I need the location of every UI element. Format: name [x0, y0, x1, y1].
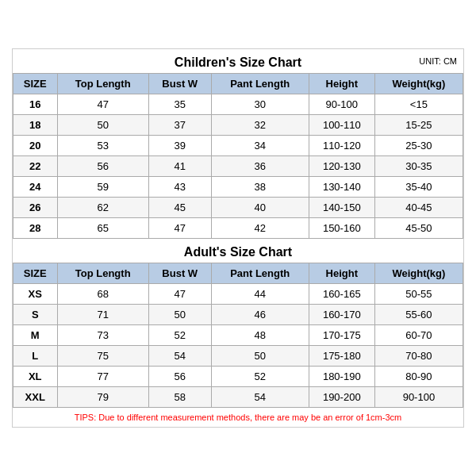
table-row: 18503732100-11015-25 — [13, 115, 463, 136]
adult-section-title: Adult's Size Chart — [13, 239, 463, 263]
table-cell: XS — [13, 284, 58, 305]
table-cell: 30 — [211, 94, 309, 115]
table-cell: 47 — [148, 284, 211, 305]
table-cell: 39 — [148, 136, 211, 156]
adult-header-row: SIZE Top Length Bust W Pant Length Heigh… — [13, 263, 463, 284]
tips-text: TIPS: Due to different measurement metho… — [13, 408, 463, 427]
table-cell: 110-120 — [309, 136, 374, 156]
table-cell: XXL — [13, 387, 58, 408]
table-row: S715046160-17055-60 — [13, 305, 463, 325]
col-bust-w: Bust W — [148, 74, 211, 94]
table-cell: 16 — [13, 94, 58, 115]
children-title-text: Children's Size Chart — [175, 56, 301, 69]
children-size-table: SIZE Top Length Bust W Pant Length Heigh… — [13, 73, 463, 239]
table-cell: 47 — [148, 218, 211, 239]
table-cell: 38 — [211, 177, 309, 198]
table-cell: 120-130 — [309, 156, 374, 177]
table-row: L755450175-18070-80 — [13, 346, 463, 367]
table-cell: 79 — [57, 387, 148, 408]
table-cell: 73 — [57, 325, 148, 346]
table-cell: 37 — [148, 115, 211, 136]
table-cell: 26 — [13, 198, 58, 218]
adult-col-top-length: Top Length — [57, 263, 148, 284]
table-row: 24594338130-14035-40 — [13, 177, 463, 198]
table-cell: 90-100 — [309, 94, 374, 115]
table-cell: 48 — [211, 325, 309, 346]
table-cell: 160-170 — [309, 305, 374, 325]
table-cell: 62 — [57, 198, 148, 218]
table-cell: 42 — [211, 218, 309, 239]
adult-col-size: SIZE — [13, 263, 58, 284]
table-row: XL775652180-19080-90 — [13, 367, 463, 387]
table-cell: 35 — [148, 94, 211, 115]
table-row: 28654742150-16045-50 — [13, 218, 463, 239]
table-cell: 70-80 — [374, 346, 463, 367]
table-cell: 170-175 — [309, 325, 374, 346]
table-cell: 56 — [57, 156, 148, 177]
table-cell: 20 — [13, 136, 58, 156]
table-cell: 47 — [57, 94, 148, 115]
table-cell: <15 — [374, 94, 463, 115]
table-cell: 25-30 — [374, 136, 463, 156]
table-cell: 68 — [57, 284, 148, 305]
table-cell: 77 — [57, 367, 148, 387]
table-cell: 71 — [57, 305, 148, 325]
table-cell: 80-90 — [374, 367, 463, 387]
table-cell: 18 — [13, 115, 58, 136]
col-top-length: Top Length — [57, 74, 148, 94]
col-pant-length: Pant Length — [211, 74, 309, 94]
table-cell: 175-180 — [309, 346, 374, 367]
table-cell: 40 — [211, 198, 309, 218]
table-cell: 150-160 — [309, 218, 374, 239]
table-cell: 53 — [57, 136, 148, 156]
table-cell: 90-100 — [374, 387, 463, 408]
adult-col-height: Height — [309, 263, 374, 284]
table-cell: 65 — [57, 218, 148, 239]
table-row: 22564136120-13030-35 — [13, 156, 463, 177]
table-cell: 140-150 — [309, 198, 374, 218]
table-cell: 34 — [211, 136, 309, 156]
table-cell: 56 — [148, 367, 211, 387]
table-cell: 58 — [148, 387, 211, 408]
table-cell: 50 — [57, 115, 148, 136]
table-cell: 32 — [211, 115, 309, 136]
table-cell: 28 — [13, 218, 58, 239]
table-cell: L — [13, 346, 58, 367]
table-cell: 50-55 — [374, 284, 463, 305]
table-cell: XL — [13, 367, 58, 387]
table-cell: 41 — [148, 156, 211, 177]
table-cell: 36 — [211, 156, 309, 177]
table-cell: 43 — [148, 177, 211, 198]
table-cell: 30-35 — [374, 156, 463, 177]
adult-title-text: Adult's Size Chart — [184, 245, 292, 259]
table-row: 26624540140-15040-45 — [13, 198, 463, 218]
adult-col-bust-w: Bust W — [148, 263, 211, 284]
adult-size-table: SIZE Top Length Bust W Pant Length Heigh… — [13, 263, 463, 408]
size-chart-container: Children's Size Chart UNIT: CM SIZE Top … — [12, 48, 464, 428]
table-row: 20533934110-12025-30 — [13, 136, 463, 156]
table-row: XXL795854190-20090-100 — [13, 387, 463, 408]
table-cell: 46 — [211, 305, 309, 325]
unit-label: UNIT: CM — [419, 56, 457, 66]
table-cell: 40-45 — [374, 198, 463, 218]
table-cell: 45-50 — [374, 218, 463, 239]
table-cell: 52 — [148, 325, 211, 346]
table-cell: 54 — [211, 387, 309, 408]
table-cell: 50 — [211, 346, 309, 367]
table-cell: 54 — [148, 346, 211, 367]
table-cell: 130-140 — [309, 177, 374, 198]
table-cell: 22 — [13, 156, 58, 177]
table-cell: 190-200 — [309, 387, 374, 408]
table-row: M735248170-17560-70 — [13, 325, 463, 346]
adult-col-pant-length: Pant Length — [211, 263, 309, 284]
table-cell: S — [13, 305, 58, 325]
table-cell: 52 — [211, 367, 309, 387]
table-row: 1647353090-100<15 — [13, 94, 463, 115]
table-cell: 45 — [148, 198, 211, 218]
table-cell: 55-60 — [374, 305, 463, 325]
table-cell: 44 — [211, 284, 309, 305]
table-cell: 15-25 — [374, 115, 463, 136]
table-row: XS684744160-16550-55 — [13, 284, 463, 305]
col-weight: Weight(kg) — [374, 74, 463, 94]
table-cell: 160-165 — [309, 284, 374, 305]
